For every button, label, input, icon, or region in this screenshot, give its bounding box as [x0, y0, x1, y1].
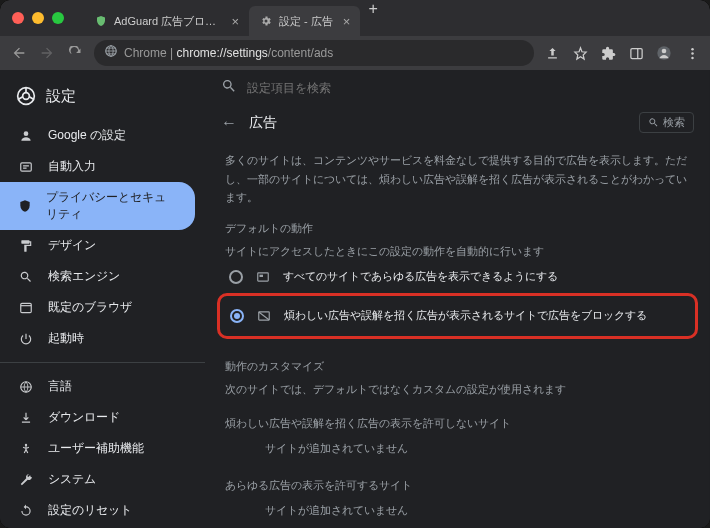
svg-point-4: [691, 47, 694, 50]
svg-point-6: [691, 56, 694, 59]
sidebar-item-label: 既定のブラウザ: [48, 299, 132, 316]
radio-unchecked[interactable]: [229, 270, 243, 284]
option-allow-all[interactable]: すべてのサイトであらゆる広告を表示できるようにする: [225, 261, 690, 293]
sidebar-item-a11y[interactable]: ユーザー補助機能: [0, 433, 195, 464]
window-titlebar: AdGuard 広告ブロッカー - Chro × 設定 - 広告 × +: [0, 0, 710, 36]
svg-rect-1: [630, 48, 641, 58]
sidebar-item-label: プライバシーとセキュリティ: [46, 189, 177, 223]
person-icon: [18, 128, 34, 144]
svg-point-8: [23, 93, 30, 100]
power-icon: [18, 331, 34, 347]
svg-point-13: [25, 443, 27, 445]
tab-strip: AdGuard 広告ブロッカー - Chro × 設定 - 広告 × +: [84, 0, 698, 36]
globe-icon: [18, 379, 34, 395]
intro-text: 多くのサイトは、コンテンツやサービスを料金なしで提供する目的で広告を表示します。…: [225, 151, 690, 207]
browser-toolbar: Chrome | chrome://settings/content/ads: [0, 36, 710, 70]
minimize-window[interactable]: [32, 12, 44, 24]
sidebar-item-label: Google の設定: [48, 127, 126, 144]
autofill-icon: [18, 159, 34, 175]
site-info-icon[interactable]: [104, 44, 118, 62]
allow-list-title: あらゆる広告の表示を許可するサイト: [225, 476, 690, 495]
svg-point-5: [691, 52, 694, 55]
radio-checked[interactable]: [230, 309, 244, 323]
tab-adguard[interactable]: AdGuard 広告ブロッカー - Chro ×: [84, 6, 249, 36]
reset-icon: [18, 503, 34, 519]
option-block-intrusive[interactable]: 煩わしい広告や誤解を招く広告が表示されるサイトで広告をブロックする: [226, 300, 689, 332]
sidebar-item-wrench[interactable]: システム: [0, 464, 195, 495]
tab-label: AdGuard 広告ブロッカー - Chro: [114, 14, 221, 29]
default-behavior-title: デフォルトの動作: [225, 221, 690, 236]
tab-label: 設定 - 広告: [279, 14, 333, 29]
sidebar-item-shield[interactable]: プライバシーとセキュリティ: [0, 182, 195, 230]
svg-rect-11: [21, 303, 32, 312]
custom-title: 動作のカスタマイズ: [225, 359, 690, 374]
back-arrow-button[interactable]: ←: [221, 114, 237, 132]
sidebar-item-label: 検索エンジン: [48, 268, 120, 285]
extensions-icon[interactable]: [600, 45, 616, 61]
allow-list-empty: サイトが追加されていません: [225, 495, 690, 526]
close-tab-icon[interactable]: ×: [231, 14, 239, 29]
a11y-icon: [18, 441, 34, 457]
sidebar-item-label: システム: [48, 471, 96, 488]
settings-title: 設定: [46, 87, 76, 106]
back-button[interactable]: [10, 44, 28, 62]
sidebar-item-label: 起動時: [48, 330, 84, 347]
forward-button[interactable]: [38, 44, 56, 62]
sidebar-item-label: 自動入力: [48, 158, 96, 175]
chrome-logo-icon: [16, 86, 36, 106]
reload-button[interactable]: [66, 44, 84, 62]
svg-rect-10: [21, 162, 32, 170]
traffic-lights: [12, 12, 64, 24]
close-tab-icon[interactable]: ×: [343, 14, 351, 29]
svg-point-3: [662, 49, 667, 54]
option-allow-label: すべてのサイトであらゆる広告を表示できるようにする: [283, 269, 558, 284]
option-block-label: 煩わしい広告や誤解を招く広告が表示されるサイトで広告をブロックする: [284, 308, 647, 323]
close-window[interactable]: [12, 12, 24, 24]
ads-blocked-icon: [256, 308, 272, 324]
settings-header: 設定: [0, 80, 205, 120]
svg-point-9: [24, 131, 29, 136]
shield-icon: [18, 198, 32, 214]
search-icon: [18, 269, 34, 285]
block-list-empty: サイトが追加されていません: [225, 433, 690, 464]
sidebar-item-globe[interactable]: 言語: [0, 371, 195, 402]
settings-search-input[interactable]: [247, 81, 694, 95]
settings-sidebar: 設定 Google の設定自動入力プライバシーとセキュリティデザイン検索エンジン…: [0, 70, 205, 528]
svg-rect-17: [260, 274, 264, 276]
address-bar[interactable]: Chrome | chrome://settings/content/ads: [94, 40, 534, 66]
adguard-icon: [94, 14, 108, 28]
menu-icon[interactable]: [684, 45, 700, 61]
sidebar-divider: [0, 362, 205, 363]
maximize-window[interactable]: [52, 12, 64, 24]
page-title: 広告: [249, 114, 627, 132]
share-icon[interactable]: [544, 45, 560, 61]
profile-icon[interactable]: [656, 45, 672, 61]
paint-icon: [18, 238, 34, 254]
sidebar-item-paint[interactable]: デザイン: [0, 230, 195, 261]
sidebar-item-reset[interactable]: 設定のリセット: [0, 495, 195, 526]
sidebar-item-search[interactable]: 検索エンジン: [0, 261, 195, 292]
panel-icon[interactable]: [628, 45, 644, 61]
highlighted-option: 煩わしい広告や誤解を招く広告が表示されるサイトで広告をブロックする: [217, 293, 698, 339]
url-text: Chrome | chrome://settings/content/ads: [124, 46, 333, 60]
sidebar-item-download[interactable]: ダウンロード: [0, 402, 195, 433]
sidebar-item-label: 言語: [48, 378, 72, 395]
tab-settings[interactable]: 設定 - 広告 ×: [249, 6, 360, 36]
sidebar-item-label: デザイン: [48, 237, 96, 254]
search-icon: [221, 78, 237, 98]
browser-icon: [18, 300, 34, 316]
ads-icon: [255, 269, 271, 285]
gear-icon: [259, 14, 273, 28]
new-tab-button[interactable]: +: [360, 0, 385, 36]
sidebar-item-label: ユーザー補助機能: [48, 440, 144, 457]
sidebar-item-person[interactable]: Google の設定: [0, 120, 195, 151]
settings-main: ← 広告 検索 多くのサイトは、コンテンツやサービスを料金なしで提供する目的で広…: [205, 70, 710, 528]
custom-desc: 次のサイトでは、デフォルトではなくカスタムの設定が使用されます: [225, 380, 690, 399]
bookmark-icon[interactable]: [572, 45, 588, 61]
sidebar-item-power[interactable]: 起動時: [0, 323, 195, 354]
default-behavior-desc: サイトにアクセスしたときにこの設定の動作を自動的に行います: [225, 242, 690, 261]
sidebar-item-browser[interactable]: 既定のブラウザ: [0, 292, 195, 323]
sidebar-item-autofill[interactable]: 自動入力: [0, 151, 195, 182]
search-row: [205, 70, 710, 106]
page-search[interactable]: 検索: [639, 112, 694, 133]
